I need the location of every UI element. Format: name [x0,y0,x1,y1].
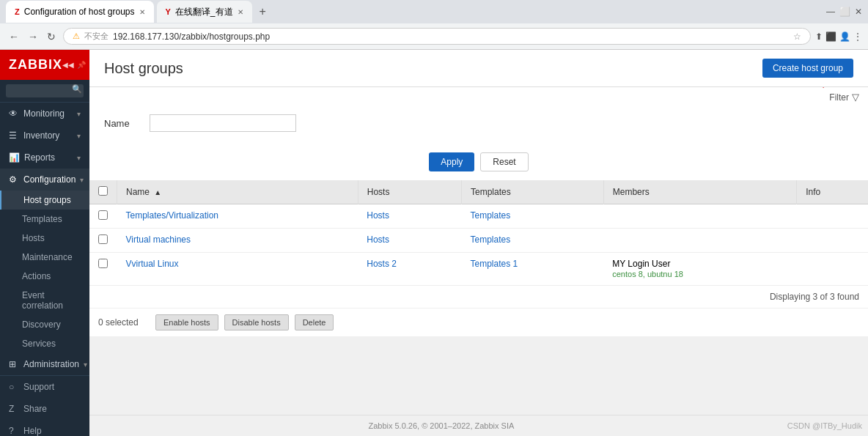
monitoring-arrow-icon: ▾ [77,110,81,118]
row3-name-cell: Vvirtual Linux [117,253,358,286]
row1-hosts-link[interactable]: Hosts [367,210,389,221]
tab2-title: 在线翻译_有道 [175,6,233,18]
enable-hosts-button[interactable]: Enable hosts [155,314,218,330]
name-sort-icon: ▲ [154,188,161,196]
row3-hosts-cell: Hosts 2 [358,253,461,286]
apply-button[interactable]: Apply [429,152,474,171]
reports-label: Reports [24,152,73,163]
name-filter-input[interactable] [150,114,296,132]
browser-tab-bar: Z Configuration of host groups ✕ Y 在线翻译_… [0,0,868,23]
sidebar-item-share[interactable]: Z Share [0,398,89,420]
sidebar-search-input[interactable] [6,84,84,97]
name-column-header[interactable]: Name ▲ [117,180,358,204]
row2-templates-cell: Templates [462,229,604,253]
support-label: Support [23,382,81,392]
select-all-checkbox[interactable] [98,186,108,196]
configuration-label: Configuration [23,174,76,185]
tab2-close-icon[interactable]: ✕ [238,8,243,16]
sidebar-item-administration[interactable]: ⊞ Administration ▾ [0,353,89,375]
bookmark-icon[interactable]: ☆ [793,32,801,42]
sidebar-item-help[interactable]: ? Help [0,420,89,436]
row2-checkbox-cell[interactable] [89,229,117,253]
administration-icon: ⊞ [9,359,19,369]
sidebar-item-actions[interactable]: Actions [0,267,89,286]
configuration-arrow-icon: ▾ [80,176,84,184]
row2-info-cell [797,229,868,253]
filter-body: Name [89,103,868,152]
sidebar-item-event-correlation[interactable]: Event correlation [0,286,89,315]
inventory-arrow-icon: ▾ [77,132,81,140]
row3-checkbox-cell[interactable] [89,253,117,286]
browser-close-icon[interactable]: ✕ [855,7,862,17]
name-label: Name [104,118,141,129]
row2-hosts-link[interactable]: Hosts [367,234,389,245]
browser-maximize-icon[interactable]: ⬜ [839,7,850,17]
new-tab-button[interactable]: + [255,4,271,20]
sidebar-item-support[interactable]: ○ Support [0,376,89,398]
sidebar-item-reports[interactable]: 📊 Reports ▾ [0,147,89,169]
sidebar-item-maintenance[interactable]: Maintenance [0,248,89,267]
table-header-row: Name ▲ Hosts Templates Members Info [89,180,868,204]
row3-templates-cell: Templates 1 [462,253,604,286]
row3-templates-link[interactable]: Templates 1 [471,259,518,269]
disable-hosts-button[interactable]: Disable hosts [224,314,289,330]
row2-checkbox[interactable] [98,234,108,244]
host-groups-table: Name ▲ Hosts Templates Members Info [89,180,868,286]
browser-controls: ← → ↻ [6,29,59,44]
browser-minimize-icon[interactable]: — [826,7,835,17]
sidebar-pin-icon[interactable]: 📌 [77,61,86,69]
row1-name-link[interactable]: Templates/Virtualization [126,210,219,221]
delete-button[interactable]: Delete [295,314,334,330]
reset-button[interactable]: Reset [480,152,528,171]
table-row: Templates/Virtualization Hosts Templates [89,204,868,229]
extensions-icon[interactable]: ⬛ [825,32,836,42]
row1-checkbox[interactable] [98,210,108,220]
sidebar-item-monitoring[interactable]: 👁 Monitoring ▾ [0,103,89,125]
row2-templates-link[interactable]: Templates [471,234,511,245]
filter-toggle-icon[interactable]: ▽ [852,92,859,103]
select-all-header[interactable] [89,180,117,204]
sidebar-item-templates[interactable]: Templates [0,210,89,229]
row2-name-cell: Virtual machines [117,229,358,253]
share-browser-icon[interactable]: ⬆ [815,32,823,42]
tab1-close-icon[interactable]: ✕ [139,8,145,16]
sidebar: ZABBIX ◀◀ 📌 🔍 👁 Monitoring ▾ ☰ Inventory… [0,50,89,436]
security-warning-text: 不安全 [84,31,108,42]
sidebar-item-services[interactable]: Services [0,334,89,353]
address-bar-container[interactable]: ⚠ 不安全 192.168.177.130/zabbix/hostgroups.… [63,28,811,45]
row3-checkbox[interactable] [98,259,108,268]
row2-name-link[interactable]: Virtual machines [126,234,191,245]
sidebar-item-configuration[interactable]: ⚙ Configuration ▾ [0,169,89,191]
row3-hosts-link[interactable]: Hosts 2 [367,259,397,269]
sidebar-collapse-icon[interactable]: ◀◀ [62,61,74,69]
forward-button[interactable]: → [25,29,41,44]
row1-checkbox-cell[interactable] [89,204,117,229]
sidebar-item-inventory[interactable]: ☰ Inventory ▾ [0,125,89,147]
page-title: Host groups [104,60,183,77]
hosts-column-header: Hosts [358,180,461,204]
row1-templates-link[interactable]: Templates [471,210,511,221]
tab2-favicon: Y [166,7,171,16]
row3-name-link[interactable]: Vvirtual Linux [126,259,179,269]
tab-2[interactable]: Y 在线翻译_有道 ✕ [157,1,252,23]
sidebar-logo: ZABBIX ◀◀ 📌 [0,50,89,80]
filter-label[interactable]: Filter [829,92,849,103]
templates-column-header: Templates [462,180,604,204]
main-content: Host groups Create host group [89,50,868,436]
sidebar-item-hosts[interactable]: Hosts [0,229,89,248]
sidebar-search[interactable]: 🔍 [0,80,89,103]
refresh-button[interactable]: ↻ [44,29,59,44]
browser-menu-icon[interactable]: ⋮ [853,32,862,42]
row2-members-cell [603,229,796,253]
tab-1[interactable]: Z Configuration of host groups ✕ [6,1,154,23]
sidebar-item-discovery[interactable]: Discovery [0,315,89,334]
footer-text: Zabbix 5.0.26, © 2001–2022, Zabbix SIA [368,421,514,430]
sidebar-item-host-groups[interactable]: Host groups [0,191,89,210]
footer-right-text: CSDN @ITBy_Hudik [787,421,862,430]
back-button[interactable]: ← [6,29,22,44]
profile-icon[interactable]: 👤 [839,32,850,42]
row3-member-sub-link[interactable]: centos 8, ubutnu 18 [612,270,683,278]
create-host-group-button[interactable]: Create host group [762,59,853,78]
row1-members-cell [603,204,796,229]
inventory-icon: ☰ [9,130,19,141]
